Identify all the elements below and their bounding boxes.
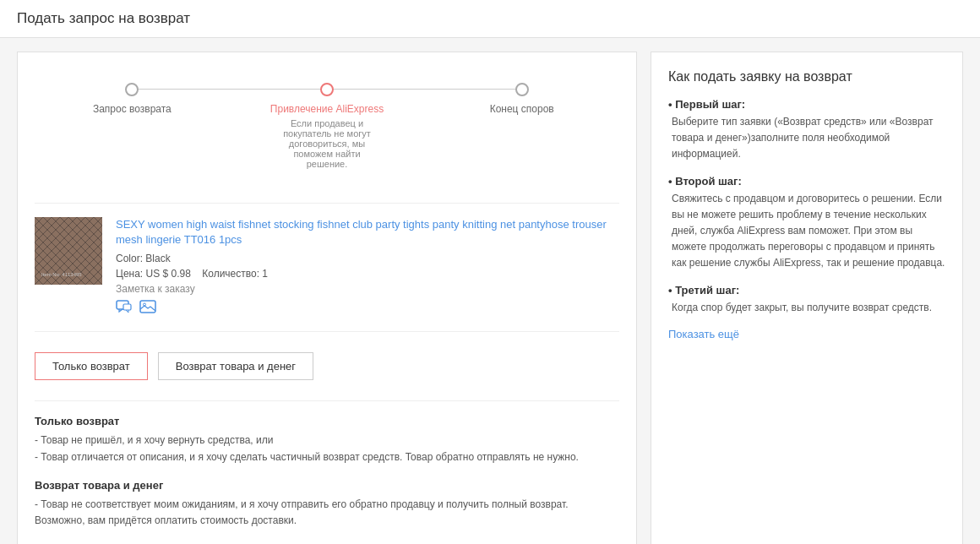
sidebar-step-3-text: Когда спор будет закрыт, вы получите воз… — [668, 300, 945, 316]
product-note: Заметка к заказу — [116, 283, 619, 295]
right-panel: Как подать заявку на возврат • Первый ша… — [651, 52, 963, 544]
sidebar-title: Как подать заявку на возврат — [668, 69, 945, 84]
step-2-label: Привлечение AliExpress — [270, 103, 384, 115]
product-image: Item No: 4113495 — [35, 217, 102, 285]
info-block-1-line-2: - Товар отличается от описания, и я хочу… — [35, 449, 619, 465]
chat-icon[interactable] — [116, 300, 133, 318]
product-color: Color: Black — [116, 253, 619, 264]
sidebar-step-3: • Третий шаг: Когда спор будет закрыт, в… — [668, 284, 945, 316]
page-title: Подать запрос на возврат — [17, 10, 963, 27]
info-block-2-line-1: - Товар не соответствует моим ожиданиям,… — [35, 497, 619, 529]
info-block-1-text: - Товар не пришёл, и я хочу вернуть сред… — [35, 432, 619, 465]
page-header: Подать запрос на возврат — [0, 0, 980, 38]
left-panel: Запрос возврата Привлечение AliExpress Е… — [17, 52, 637, 544]
product-price-label: Цена: US $ 0.98 — [116, 268, 191, 280]
image-icon[interactable] — [139, 300, 156, 318]
refund-and-return-button[interactable]: Возврат товара и денег — [158, 352, 313, 380]
product-row: Item No: 4113495 SEXY women high waist f… — [35, 203, 619, 332]
stepper: Запрос возврата Привлечение AliExpress Е… — [35, 69, 619, 182]
step-2: Привлечение AliExpress Если продавец и п… — [230, 83, 425, 169]
svg-rect-34 — [140, 301, 155, 313]
sidebar-step-1-text: Выберите тип заявки («Возврат средств» и… — [668, 114, 945, 163]
step-1-circle — [125, 83, 139, 96]
step-3-circle — [515, 83, 529, 96]
sidebar-step-3-title: • Третий шаг: — [668, 284, 945, 296]
info-block-2-title: Возврат товара и денег — [35, 479, 619, 492]
step-2-circle — [320, 83, 334, 96]
sidebar-step-1: • Первый шаг: Выберите тип заявки («Возв… — [668, 98, 945, 163]
step-3: Конец споров — [424, 83, 619, 115]
step-1-label: Запрос возврата — [93, 103, 172, 115]
refund-only-button[interactable]: Только возврат — [35, 352, 148, 380]
svg-text:Item No: 4113495: Item No: 4113495 — [41, 272, 82, 277]
info-block-1-line-1: - Товар не пришёл, и я хочу вернуть сред… — [35, 432, 619, 449]
product-price-row: Цена: US $ 0.98 Количество: 1 — [116, 268, 619, 280]
product-quantity-label: Количество: 1 — [202, 268, 268, 280]
product-info: SEXY women high waist fishnet stocking f… — [116, 217, 619, 318]
product-title[interactable]: SEXY women high waist fishnet stocking f… — [116, 217, 619, 248]
step-1: Запрос возврата — [35, 83, 230, 115]
svg-rect-33 — [123, 304, 131, 310]
show-more-link[interactable]: Показать ещё — [668, 328, 739, 340]
sidebar-step-1-title: • Первый шаг: — [668, 98, 945, 111]
product-icons — [116, 300, 619, 318]
info-block-1-title: Только возврат — [35, 415, 619, 427]
info-section: Только возврат - Товар не пришёл, и я хо… — [35, 400, 619, 529]
button-group: Только возврат Возврат товара и денег — [35, 345, 619, 380]
sidebar-step-2-title: • Второй шаг: — [668, 175, 945, 188]
info-block-1: Только возврат - Товар не пришёл, и я хо… — [35, 415, 619, 465]
sidebar-step-2: • Второй шаг: Свяжитесь с продавцом и до… — [668, 175, 945, 272]
info-block-2-text: - Товар не соответствует моим ожиданиям,… — [35, 497, 619, 529]
info-block-2: Возврат товара и денег - Товар не соотве… — [35, 479, 619, 529]
step-3-label: Конец споров — [490, 103, 554, 115]
sidebar-step-2-text: Свяжитесь с продавцом и договоритесь о р… — [668, 191, 945, 272]
step-2-desc: Если продавец и покупатель не могут дого… — [272, 118, 382, 169]
